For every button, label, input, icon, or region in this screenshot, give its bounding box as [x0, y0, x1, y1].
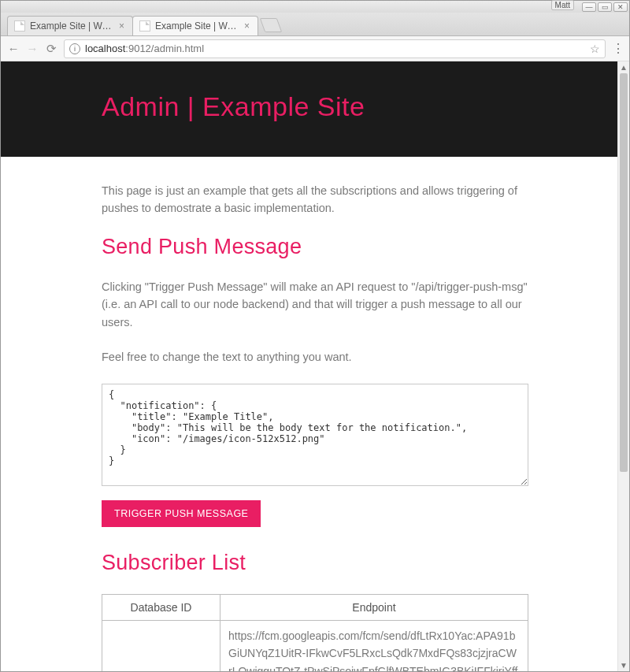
scroll-down-arrow-icon[interactable]: ▼ — [618, 659, 629, 671]
new-tab-button[interactable] — [260, 18, 283, 32]
page-favicon-icon — [139, 20, 150, 32]
address-bar[interactable]: i localhost:9012/admin.html ☆ — [64, 39, 606, 58]
url-text: localhost:9012/admin.html — [85, 43, 585, 54]
scroll-thumb[interactable] — [620, 73, 628, 472]
page-viewport: Admin | Example Site This page is just a… — [1, 61, 629, 671]
url-path: :9012/admin.html — [125, 43, 204, 54]
browser-tab[interactable]: Example Site | Web F × — [7, 16, 133, 35]
col-database-id: Database ID — [102, 594, 220, 620]
cell-database-id: Iege3Q7Dxz3aVShL — [102, 620, 220, 671]
maximize-button[interactable]: ▭ — [598, 2, 612, 12]
browser-tab-active[interactable]: Example Site | Web F × — [132, 16, 258, 35]
back-button[interactable]: ← — [7, 42, 20, 55]
page-title: Admin | Example Site — [102, 91, 528, 122]
browser-window: Matt — ▭ ✕ Example Site | Web F × Exampl… — [0, 0, 630, 672]
main-content: This page is just an example that gets a… — [1, 157, 629, 671]
table-row: Iege3Q7Dxz3aVShL https://fcm.googleapis.… — [102, 620, 528, 671]
subscriber-table: Database ID Endpoint Iege3Q7Dxz3aVShL ht… — [102, 594, 528, 671]
send-push-note: Feel free to change the text to anything… — [102, 348, 528, 366]
intro-text: This page is just an example that gets a… — [102, 182, 528, 217]
tab-strip: Example Site | Web F × Example Site | We… — [1, 13, 629, 36]
close-tab-icon[interactable]: × — [119, 20, 124, 32]
site-info-icon[interactable]: i — [69, 43, 80, 54]
tab-title: Example Site | Web F — [30, 20, 114, 32]
profile-badge[interactable]: Matt — [551, 0, 574, 10]
push-payload-textarea[interactable] — [102, 384, 528, 486]
scroll-track[interactable] — [618, 73, 629, 659]
subscriber-list-heading: Subscriber List — [102, 551, 528, 575]
page-header: Admin | Example Site — [1, 61, 629, 157]
bookmark-star-icon[interactable]: ☆ — [590, 43, 600, 55]
close-tab-icon[interactable]: × — [244, 20, 250, 32]
browser-menu-button[interactable]: ⋮ — [612, 41, 623, 56]
cell-endpoint: https://fcm.googleapis.com/fcm/send/dfLt… — [220, 620, 528, 671]
url-host: localhost — [85, 43, 125, 54]
tab-title: Example Site | Web F — [155, 20, 239, 32]
scroll-up-arrow-icon[interactable]: ▲ — [618, 61, 629, 73]
reload-button[interactable]: ⟳ — [45, 42, 57, 56]
forward-button[interactable]: → — [26, 42, 39, 55]
col-endpoint: Endpoint — [220, 594, 528, 620]
send-push-description: Clicking "Trigger Push Message" will mak… — [102, 278, 528, 331]
vertical-scrollbar[interactable]: ▲ ▼ — [617, 61, 629, 671]
close-window-button[interactable]: ✕ — [613, 2, 628, 12]
window-titlebar: Matt — ▭ ✕ — [1, 1, 629, 13]
browser-toolbar: ← → ⟳ i localhost:9012/admin.html ☆ ⋮ — [1, 36, 629, 61]
minimize-button[interactable]: — — [582, 2, 596, 12]
window-controls: — ▭ ✕ — [582, 2, 628, 12]
send-push-heading: Send Push Message — [102, 235, 528, 259]
trigger-push-button[interactable]: TRIGGER PUSH MESSAGE — [102, 500, 261, 527]
page-favicon-icon — [14, 20, 25, 32]
page-content: Admin | Example Site This page is just a… — [1, 61, 629, 671]
scroll-area[interactable]: Admin | Example Site This page is just a… — [1, 61, 629, 671]
